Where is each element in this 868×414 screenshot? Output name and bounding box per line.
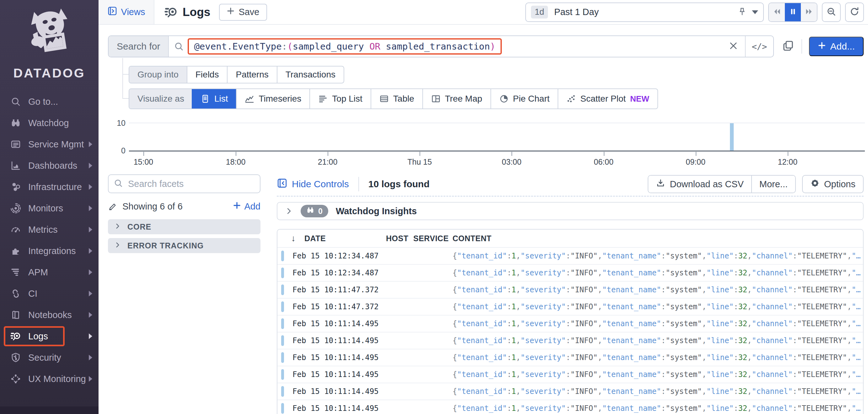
sidebar-item-security[interactable]: Security: [0, 347, 98, 368]
tab-scatter-plot[interactable]: Scatter PlotNEW: [558, 89, 657, 108]
sidebar-item-logs[interactable]: Logs: [0, 325, 98, 347]
query-token: :: [282, 41, 287, 52]
sidebar-item-apm[interactable]: APM: [0, 262, 98, 283]
log-content: {"tenant_id":1,"severity":"INFO","tenant…: [453, 285, 862, 294]
tab-pie-chart[interactable]: Pie Chart: [491, 89, 558, 108]
time-range-picker[interactable]: 1d Past 1 Day: [525, 2, 764, 22]
table-icon: [379, 94, 389, 103]
chevron-down-icon[interactable]: [752, 10, 758, 14]
chart-bar[interactable]: [730, 123, 734, 151]
query-token: ): [490, 41, 495, 52]
chevron-right-icon: [114, 222, 121, 231]
more-button[interactable]: More...: [751, 176, 795, 193]
download-csv-button[interactable]: Download as CSV: [648, 176, 751, 193]
sidebar-item-metrics[interactable]: Metrics: [0, 219, 98, 240]
query-token: OR: [364, 41, 386, 52]
log-row[interactable]: Feb 15 10:12:34.487{"tenant_id":1,"sever…: [277, 247, 863, 264]
add-query-button[interactable]: Add...: [809, 37, 864, 56]
chevron-right-icon[interactable]: [285, 207, 293, 215]
facet-group-core[interactable]: CORE: [108, 219, 260, 234]
x-axis-tick: [236, 152, 236, 156]
pencil-icon[interactable]: [108, 202, 117, 212]
code-icon[interactable]: </>: [745, 36, 773, 57]
shield-icon: [9, 351, 22, 364]
divider: [359, 177, 359, 191]
log-row[interactable]: Feb 15 10:11:14.495{"tenant_id":1,"sever…: [277, 332, 863, 349]
fast-forward-button[interactable]: [801, 3, 817, 21]
sidebar-item-service-mgmt[interactable]: Service Mgmt: [0, 134, 98, 155]
sidebar-item-label: Service Mgmt: [28, 139, 84, 150]
log-row[interactable]: Feb 15 10:11:14.495{"tenant_id":1,"sever…: [277, 315, 863, 332]
column-header-date[interactable]: DATE: [304, 234, 326, 243]
search-query-input[interactable]: @event.EventType:(sampled_query OR sampl…: [188, 38, 501, 55]
chevron-right-icon: [89, 141, 92, 147]
sidebar-item-label: Metrics: [28, 225, 57, 235]
log-content: {"tenant_id":1,"severity":"INFO","tenant…: [453, 387, 862, 396]
tab-transactions[interactable]: Transactions: [277, 66, 344, 83]
sidebar-item-ci[interactable]: CI: [0, 283, 98, 304]
log-volume-chart[interactable]: 10 0 15:0018:0021:00Thu 1503:0006:0009:0…: [108, 113, 868, 174]
collapse-panel-icon: [277, 178, 287, 191]
logs-count: 10 logs found: [368, 179, 430, 189]
log-status-indicator: [281, 335, 284, 346]
watchdog-insights-panel[interactable]: 0 Watchdog Insights: [277, 202, 864, 220]
tab-fields[interactable]: Fields: [187, 66, 227, 83]
service-list-icon: [9, 138, 22, 151]
sidebar-item-label: UX Monitoring: [28, 374, 86, 384]
log-row[interactable]: Feb 15 10:11:14.495{"tenant_id":1,"sever…: [277, 366, 863, 383]
facet-search-box[interactable]: [108, 174, 260, 193]
tab-top-list[interactable]: Top List: [309, 89, 371, 108]
log-row[interactable]: Feb 15 10:12:34.487{"tenant_id":1,"sever…: [277, 264, 863, 281]
views-button[interactable]: Views: [98, 0, 154, 24]
facet-search-input[interactable]: [127, 179, 255, 189]
sidebar-item-dashboards[interactable]: Dashboards: [0, 155, 98, 176]
dashboard-chart-icon: [9, 159, 22, 172]
sidebar-item-monitors[interactable]: Monitors: [0, 198, 98, 219]
clear-query-button[interactable]: [722, 36, 745, 57]
log-row[interactable]: Feb 15 10:11:47.372{"tenant_id":1,"sever…: [277, 298, 863, 315]
zoom-out-button[interactable]: [822, 2, 841, 22]
chevron-right-icon: [89, 227, 92, 232]
sidebar-item-notebooks[interactable]: Notebooks: [0, 304, 98, 325]
pause-button[interactable]: [785, 3, 801, 21]
plus-icon: [233, 201, 241, 212]
timeseries-icon: [245, 94, 254, 103]
sidebar-item-label: CI: [28, 289, 37, 299]
sidebar-item-go-to[interactable]: Go to...: [0, 91, 98, 112]
log-status-indicator: [281, 352, 284, 363]
sidebar-item-ux-monitoring[interactable]: UX Monitoring: [0, 368, 98, 389]
search-row: Search for @event.EventType:(sampled_que…: [108, 35, 864, 57]
refresh-button[interactable]: [845, 2, 864, 22]
rewind-button[interactable]: [769, 3, 785, 21]
tab-list[interactable]: List: [192, 89, 236, 108]
hide-controls-button[interactable]: Hide Controls: [277, 178, 349, 191]
panel-resize-divider[interactable]: [277, 196, 864, 197]
log-content: {"tenant_id":1,"severity":"INFO","tenant…: [453, 252, 862, 260]
log-row[interactable]: Feb 15 10:11:14.495{"tenant_id":1,"sever…: [277, 349, 863, 366]
options-button[interactable]: Options: [802, 175, 864, 193]
pin-icon[interactable]: [738, 7, 747, 18]
facet-group-error-tracking[interactable]: ERROR TRACKING: [108, 238, 260, 253]
query-token: @event.EventType: [194, 41, 281, 52]
column-header-content[interactable]: CONTENT: [453, 234, 491, 243]
list-icon: [200, 94, 210, 103]
tab-table[interactable]: Table: [371, 89, 423, 108]
column-header-host[interactable]: HOST: [386, 234, 408, 243]
save-button[interactable]: Save: [219, 4, 267, 21]
sidebar-item-infrastructure[interactable]: Infrastructure: [0, 176, 98, 198]
toplist-icon: [318, 94, 328, 103]
log-row[interactable]: Feb 15 10:11:14.495{"tenant_id":1,"sever…: [277, 383, 863, 400]
tab-timeseries[interactable]: Timeseries: [236, 89, 309, 108]
log-row[interactable]: Feb 15 10:11:14.495{"tenant_id":1,"sever…: [277, 400, 863, 414]
pause-icon: [788, 7, 797, 17]
tab-tree-map[interactable]: Tree Map: [423, 89, 491, 108]
add-facet-button[interactable]: Add: [233, 201, 260, 212]
log-status-indicator: [281, 301, 284, 312]
tab-patterns[interactable]: Patterns: [227, 66, 276, 83]
sort-descending-icon[interactable]: ↓: [291, 233, 296, 244]
sidebar-item-integrations[interactable]: Integrations: [0, 240, 98, 262]
column-header-service[interactable]: SERVICE: [413, 234, 449, 243]
log-row[interactable]: Feb 15 10:11:47.372{"tenant_id":1,"sever…: [277, 281, 863, 298]
sidebar-item-watchdog[interactable]: Watchdog: [0, 112, 98, 134]
copy-button[interactable]: [782, 39, 795, 53]
